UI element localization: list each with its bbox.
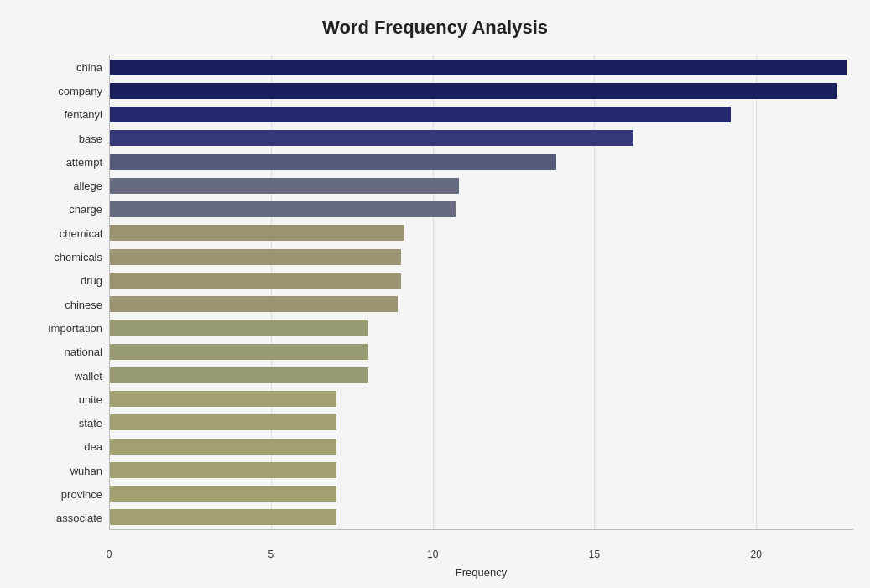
chart-container: Word Frequency Analysis chinacompanyfent…	[0, 0, 870, 588]
bar-row	[110, 340, 853, 363]
bar-row	[110, 198, 853, 221]
bar-row	[110, 388, 853, 411]
y-axis-label: chinese	[17, 299, 102, 310]
y-axis-label: fentanyl	[17, 109, 102, 120]
y-axis-label: charge	[17, 204, 102, 215]
y-axis-label: allege	[17, 180, 102, 191]
bar-row	[110, 316, 853, 340]
bar-row	[110, 411, 853, 434]
y-axis-label: base	[17, 133, 102, 144]
bar	[110, 296, 398, 312]
bar	[110, 439, 336, 455]
bar-row	[110, 127, 853, 150]
bar	[110, 486, 336, 502]
bar	[110, 414, 336, 430]
y-axis-label: attempt	[17, 157, 102, 168]
x-tick-label: 10	[425, 549, 441, 560]
y-axis-label: state	[17, 418, 102, 429]
plot-area: 05101520 Frequency	[109, 55, 853, 530]
bar	[110, 130, 633, 146]
y-axis-label: national	[17, 346, 102, 357]
y-axis-label: chemical	[17, 228, 102, 239]
bar-row	[110, 55, 853, 79]
y-axis-label: unite	[17, 394, 102, 405]
bar-row	[110, 293, 853, 316]
bar-row	[110, 150, 853, 174]
bar-row	[110, 79, 853, 102]
bar	[110, 154, 556, 170]
y-axis-label: province	[17, 489, 102, 500]
bar-row	[110, 434, 853, 458]
y-axis: chinacompanyfentanylbaseattemptallegecha…	[17, 55, 109, 530]
y-axis-label: company	[17, 86, 102, 96]
bar-row	[110, 506, 853, 529]
bar-row	[110, 482, 853, 506]
bar	[110, 344, 368, 360]
x-tick-label: 15	[586, 549, 602, 560]
x-axis: 05101520	[109, 545, 853, 562]
bar-row	[110, 268, 853, 292]
bar	[110, 60, 847, 75]
bar	[110, 107, 731, 122]
y-axis-label: drug	[17, 275, 102, 286]
bar	[110, 367, 368, 383]
x-tick-label: 20	[748, 549, 764, 560]
bar	[110, 178, 459, 194]
bar-row	[110, 363, 853, 387]
chart-title: Word Frequency Analysis	[17, 17, 853, 39]
bar	[110, 83, 837, 99]
x-axis-label: Frequency	[109, 566, 853, 579]
y-axis-label: dea	[17, 441, 102, 452]
x-tick-label: 0	[101, 549, 117, 560]
y-axis-label: chemicals	[17, 252, 102, 263]
bar-row	[110, 245, 853, 268]
x-tick-label: 5	[263, 549, 279, 560]
bar-row	[110, 174, 853, 197]
bar	[110, 249, 401, 265]
bar-row	[110, 103, 853, 127]
bar	[110, 320, 368, 336]
y-axis-label: wuhan	[17, 466, 102, 476]
bar	[110, 462, 336, 478]
y-axis-label: china	[17, 62, 102, 73]
bar	[110, 509, 336, 525]
y-axis-label: associate	[17, 513, 102, 523]
bar	[110, 225, 404, 241]
y-axis-label: importation	[17, 323, 102, 334]
bar	[110, 273, 401, 289]
bar	[110, 201, 456, 217]
bar-row	[110, 221, 853, 245]
bar-row	[110, 458, 853, 481]
bar	[110, 391, 336, 407]
bars-container	[109, 55, 853, 530]
y-axis-label: wallet	[17, 371, 102, 382]
